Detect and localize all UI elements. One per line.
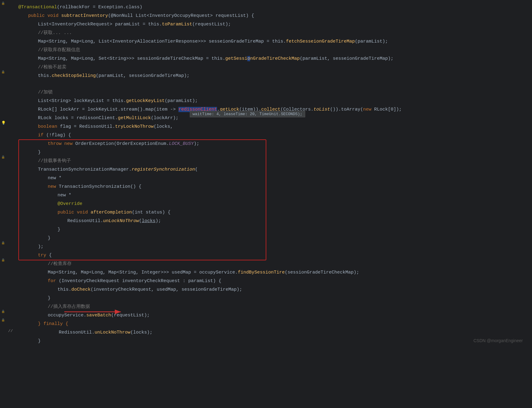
line-code: throw new OrderException(OrderExceptionE… [15,140,532,148]
tooltip-text: waitTime: 4, leaseTime: 20, TimeUnit.SEC… [193,112,302,116]
lock-icon: 🔒 [1,2,5,5]
line-code: this.doCheck(inventoryCheckRequest, used… [15,286,532,294]
line-code: List<InventoryCheckRequest> paramList = … [15,21,532,28]
line-code: RedissonUtil.unLockNoThrow(locks); [15,329,532,337]
code-line: 💡boolean flag = RedissonUtil.tryLockNoTh… [0,123,532,131]
code-line: TransactionSynchronizationManager.regist… [0,165,532,174]
code-editor: 🔒@Transactional(rollbackFor = Exception.… [0,0,532,349]
line-code: Map<String, Map<Long, Set<String>>> sess… [15,55,532,63]
lock-icon: 🔒 [1,241,5,245]
line-code: ); [15,243,532,251]
code-line: 🔒this.checkStopSelling(paramList, sessei… [0,72,532,80]
line-code: RedissonUtil.unLockNoThrow(locks); [15,217,532,225]
lock-icon: 🔒 [1,310,5,313]
parameter-tooltip: waitTime: 4, leaseTime: 20, TimeUnit.SEC… [190,111,305,117]
code-line: } [0,337,532,346]
code-line: for (InventoryCheckRequest inventoryChec… [0,277,532,285]
line-code: Map<String, Map<Long, List<InventoryAllo… [15,38,532,46]
code-line: Map<String, Map<Long, Map<String, Intege… [0,268,532,277]
code-line: new * [0,191,532,200]
line-code: for (InventoryCheckRequest inventoryChec… [15,277,532,285]
code-line: if (!flag) { [0,131,532,140]
line-code: new * [15,191,532,199]
lock-icon: 🔒 [1,258,5,262]
line-code: public void afterCompletion(int status) … [15,209,532,217]
code-line: RedissonUtil.unLockNoThrow(locks); [0,217,532,225]
lightbulb-icon: 💡 [1,121,6,125]
code-line: public void afterCompletion(int status) … [0,208,532,217]
code-line [0,80,532,88]
code-line: List<String> lockKeyList = this.getLockK… [0,97,532,105]
code-line: throw new OrderException(OrderExceptionE… [0,140,532,148]
code-line: public void subtractInventory(@NonNull L… [0,12,532,20]
line-gutter: // [0,329,15,333]
code-line: new * [0,174,532,183]
watermark: CSDN @morganEngineer [474,338,523,343]
code-line: 🔒//检查库存 [0,260,532,268]
code-line: List<InventoryCheckRequest> paramList = … [0,20,532,29]
code-line: Map<String, Map<Long, Set<String>>> sess… [0,55,532,63]
line-code: //检验不超卖 [15,63,532,71]
code-line: @Override [0,200,532,208]
commented-gutter: // [8,329,13,333]
line-code: try { [15,251,532,259]
code-line: } [0,148,532,157]
code-line: new TransactionSynchronization() { [0,183,532,191]
code-line: //获取库存配额信息 [0,46,532,55]
line-code: //获取库存配额信息 [15,46,532,54]
line-code: TransactionSynchronizationManager.regist… [15,166,532,174]
code-line: // RedissonUtil.unLockNoThrow(locks); [0,328,532,337]
line-code: //检查库存 [15,260,532,268]
lock-icon: 🔒 [1,70,5,74]
code-line: try { [0,251,532,260]
line-code: } [15,226,532,234]
line-code: } finally { [15,320,532,328]
lock-icon: 🔒 [1,318,5,322]
line-code: if (!flag) { [15,131,532,139]
code-line: Map<String, Map<Long, List<InventoryAllo… [0,37,532,46]
code-line: } [0,225,532,234]
line-code: Map<String, Map<Long, Map<String, Intege… [15,269,532,277]
code-line: this.doCheck(inventoryCheckRequest, used… [0,285,532,294]
code-line: } [0,294,532,303]
line-code: //获取... ... [15,29,532,37]
line-code: List<String> lockKeyList = this.getLockK… [15,97,532,105]
arrow-annotation [61,306,129,319]
line-code: } [15,149,532,157]
arrow-svg [61,306,129,318]
line-code: new * [15,174,532,182]
lock-icon: 🔒 [1,155,5,159]
line-code: //挂载事务钩子 [15,157,532,165]
code-line: 🔒); [0,243,532,251]
line-code: } [15,337,532,345]
code-line: 🔒@Transactional(rollbackFor = Exception.… [0,3,532,12]
line-code: } [15,294,532,302]
code-line: 🔒//挂载事务钩子 [0,157,532,165]
code-line: //加锁 [0,88,532,97]
line-code: //加锁 [15,89,532,96]
line-code: @Override [15,200,532,208]
line-code: } [15,234,532,242]
line-code: new TransactionSynchronization() { [15,183,532,191]
line-code: @Transactional(rollbackFor = Exception.c… [15,3,532,11]
line-code: boolean flag = RedissonUtil.tryLockNoThr… [15,123,532,131]
code-line: //获取... ... [0,29,532,37]
code-line: } [0,234,532,243]
line-code: public void subtractInventory(@NonNull L… [15,12,532,20]
code-line: 🔒} finally { [0,320,532,328]
code-line: //检验不超卖 [0,63,532,72]
line-code: this.checkStopSelling(paramList, sesseio… [15,72,532,80]
